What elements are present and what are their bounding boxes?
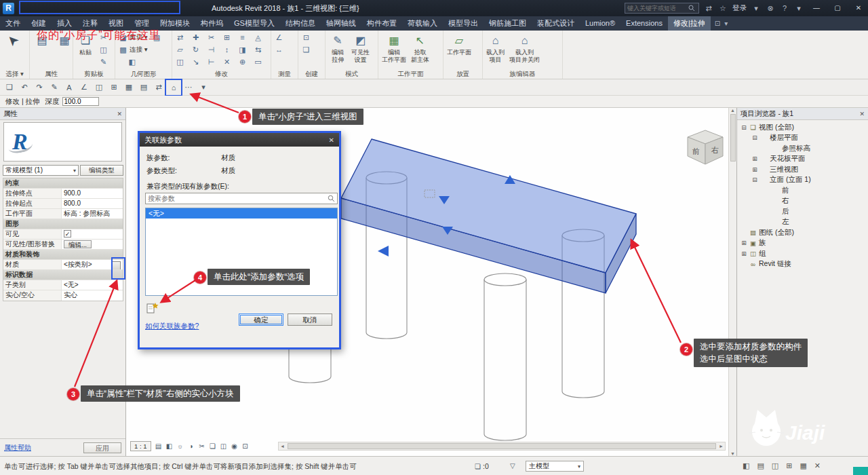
ribbon-tab[interactable]: Extensions: [620, 16, 668, 31]
array-icon[interactable]: ⊞: [221, 31, 235, 43]
ribbon-tab[interactable]: 构件布置: [361, 16, 402, 31]
tree-3d-views[interactable]: ⊞ 三维视图: [739, 164, 866, 175]
property-row[interactable]: 拉伸终点 900.0: [3, 189, 123, 199]
tree-elev-right[interactable]: 右: [739, 196, 866, 207]
signin-caret-icon[interactable]: ▾: [751, 0, 761, 16]
scale-button[interactable]: 1 : 1: [130, 441, 151, 451]
expand-icon[interactable]: ⊞: [741, 250, 747, 257]
property-row[interactable]: 可见 ✓: [3, 229, 123, 240]
tree-groups[interactable]: ⊞ ◫ 组: [739, 248, 866, 259]
tree-ceiling-plans[interactable]: ⊞ 天花板平面: [739, 154, 866, 165]
ok-button[interactable]: 确定: [239, 314, 283, 326]
paint-bucket-icon[interactable]: ◨: [237, 43, 250, 56]
view-cube[interactable]: 前 右: [684, 126, 727, 170]
a360-icon[interactable]: ⊗: [766, 0, 775, 16]
expand-icon[interactable]: ⊞: [751, 155, 758, 162]
property-row[interactable]: 可见性/图形替换 编辑...: [3, 240, 123, 250]
help-link[interactable]: 如何关联族参数?: [145, 322, 199, 331]
tree-elev-back[interactable]: 后: [739, 206, 866, 217]
property-row[interactable]: 实心/空心 实心: [3, 290, 123, 301]
help-icon[interactable]: ?: [780, 0, 789, 16]
property-row[interactable]: 子类别 <无>: [3, 280, 123, 290]
edit-type-button[interactable]: 编辑类型: [80, 165, 123, 176]
rotate-icon[interactable]: ↻: [190, 43, 203, 56]
vertical-scrollbar[interactable]: ▲ ▼: [728, 108, 736, 456]
ribbon-panel-label[interactable]: 选择 ▾: [2, 69, 27, 79]
ribbon-tab[interactable]: 装配式设计: [532, 16, 580, 31]
close-button[interactable]: ✕: [850, 0, 867, 16]
cancel-button[interactable]: 取消: [288, 314, 332, 326]
exchange-icon[interactable]: ⇄: [704, 0, 713, 16]
ribbon-tab[interactable]: GS模型导入: [229, 16, 280, 31]
properties-help-link[interactable]: 属性帮助: [4, 443, 31, 453]
ribbon-tab[interactable]: 轴网轴线: [321, 16, 361, 31]
tree-elev-left[interactable]: 左: [739, 217, 866, 228]
detail-level-icon[interactable]: ▤: [153, 441, 164, 451]
design-option-select[interactable]: 主模型 ▾: [526, 461, 584, 472]
new-parameter-button[interactable]: [145, 301, 159, 315]
dimension-icon[interactable]: ↔: [273, 43, 287, 56]
drag-elements-icon[interactable]: ✕: [814, 461, 821, 470]
selected-slab[interactable]: [341, 139, 636, 293]
dialog-title-bar[interactable]: 关联族参数 ✕: [140, 133, 339, 147]
create-group-icon[interactable]: ❏: [300, 43, 314, 56]
sign-in-label[interactable]: 登录: [732, 3, 747, 13]
tree-ref-level[interactable]: 参照标高: [739, 143, 866, 154]
ribbon-tab[interactable]: 构件坞: [195, 16, 229, 31]
ribbon-tab[interactable]: 文件: [0, 16, 26, 31]
modify-arrow-icon[interactable]: ➤: [2, 31, 22, 69]
measure-icon[interactable]: ∠: [78, 81, 90, 94]
property-row[interactable]: 标识数据: [3, 270, 123, 280]
type-selector[interactable]: 常规模型 (1) ▾: [3, 165, 79, 176]
stretch-icon[interactable]: ↕: [221, 43, 235, 56]
split-icon[interactable]: ✂: [205, 31, 219, 43]
parameter-search-box[interactable]: [145, 193, 338, 204]
copy-icon[interactable]: ◫: [174, 56, 188, 68]
expand-icon[interactable]: ⊟: [751, 176, 758, 183]
thin-lines-icon[interactable]: ≡: [237, 31, 250, 43]
tree-elevations[interactable]: ⊟ 立面 (立面 1): [739, 175, 866, 186]
list-item-selected[interactable]: <无>: [146, 208, 337, 218]
sheet-icon[interactable]: ❏: [3, 81, 16, 94]
scroll-left-icon[interactable]: ◄: [279, 444, 286, 449]
expand-icon[interactable]: ⊟: [741, 124, 747, 131]
scroll-up-icon[interactable]: ▲: [730, 108, 735, 113]
horizontal-scrollbar[interactable]: ◄ ►: [278, 442, 726, 451]
search-input[interactable]: [627, 5, 688, 12]
type-preview[interactable]: R: [3, 122, 122, 162]
apply-button[interactable]: 应用: [83, 442, 121, 453]
parameter-search-input[interactable]: [148, 195, 328, 202]
filter-icon[interactable]: ▽: [510, 462, 515, 470]
hide-isolate-icon[interactable]: ◫: [218, 441, 229, 451]
tree-families[interactable]: ⊞ ▣ 族: [739, 238, 866, 249]
ribbon-collapse-icon[interactable]: ▾: [724, 20, 728, 27]
help-caret-icon[interactable]: ▾: [794, 0, 804, 16]
sync-icon[interactable]: ⇄: [153, 81, 165, 94]
schedule-icon[interactable]: ▤: [138, 81, 150, 94]
shadows-icon[interactable]: ◑: [186, 441, 197, 451]
text-icon[interactable]: A: [63, 81, 75, 94]
scroll-down-icon[interactable]: ▼: [730, 451, 735, 456]
select-links-icon[interactable]: ◫: [772, 461, 778, 470]
match-type-icon[interactable]: ✎: [98, 56, 111, 68]
close-icon[interactable]: ✕: [859, 111, 865, 117]
select-pinned-icon[interactable]: ⊞: [786, 461, 792, 470]
scale-icon[interactable]: ◬: [252, 31, 266, 43]
tree-views[interactable]: ⊟ ❏ 视图 (全部): [739, 122, 866, 133]
trim-icon[interactable]: ⊣: [205, 43, 219, 56]
measure-icon[interactable]: ∠: [273, 31, 287, 43]
tree-revit-links[interactable]: ∞ Revit 链接: [739, 259, 866, 270]
more-icon[interactable]: ⋯: [182, 81, 195, 94]
minimize-button[interactable]: —: [808, 0, 825, 16]
ribbon-tab[interactable]: 修改|拉伸: [668, 16, 711, 31]
paint-icon[interactable]: ◧: [117, 56, 149, 68]
ribbon-tab[interactable]: Lumion®: [580, 16, 620, 31]
ribbon-tab[interactable]: 附加模块: [155, 16, 195, 31]
visual-style-icon[interactable]: ◧: [164, 441, 175, 451]
editable-only-icon[interactable]: ◧: [743, 461, 749, 470]
revit-logo[interactable]: R: [3, 3, 14, 14]
sun-path-icon[interactable]: ☼: [175, 441, 186, 451]
select-by-face-icon[interactable]: ▦: [800, 461, 806, 470]
property-row[interactable]: 材质 <按类别>: [3, 260, 123, 270]
depth-input[interactable]: [62, 97, 99, 106]
